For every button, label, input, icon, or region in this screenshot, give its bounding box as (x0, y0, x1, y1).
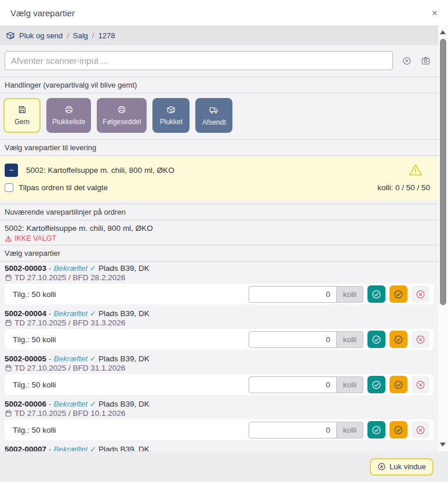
quantity-input[interactable] (249, 286, 337, 303)
batch-status: Bekræftet (54, 264, 88, 273)
unit-addon: kolli (336, 422, 363, 438)
confirm-button[interactable] (367, 376, 385, 393)
scrollbar[interactable] (438, 26, 448, 451)
batch-list-heading: Vælg varepartier (0, 245, 438, 262)
batch-row: 5002-00005 - Bekræftet ✓ Plads B39, DK T… (0, 352, 438, 395)
batch-row: 5002-00003 - Bekræftet ✓ Plads B39, DK T… (0, 262, 438, 305)
batch-location: Plads B39, DK (99, 264, 150, 273)
scanner-row (0, 45, 438, 77)
batch-available: Tilg.: 50 kolli (13, 426, 56, 434)
action-button-label: Afsendt (202, 118, 226, 126)
action-button-label: Plukket (160, 118, 183, 126)
batch-location: Plads B39, DK (99, 309, 150, 318)
action-button-label: Følgeseddel (103, 118, 141, 126)
clear-circle-x-icon[interactable] (402, 56, 411, 66)
batch-dates: TD 27.10.2025 / BFD 31.3.2026 (14, 318, 125, 327)
batch-row: 5002-00004 - Bekræftet ✓ Plads B39, DK T… (0, 307, 438, 350)
breadcrumb-item-1278[interactable]: 1278 (98, 31, 115, 40)
scroll-down-arrow-icon[interactable] (440, 443, 446, 447)
current-lines: 5002: Kartoffelsuppe m. chili, 800 ml, Ø… (0, 220, 438, 245)
unit-addon: kolli (336, 331, 363, 348)
collapse-minus-button[interactable]: − (5, 164, 18, 177)
batch-available: Tilg.: 50 kolli (13, 380, 56, 389)
confirm-all-button[interactable] (389, 376, 407, 393)
package-check-icon (166, 105, 176, 114)
dialog-title: Vælg varepartier (10, 8, 75, 18)
breadcrumb-item-pluk-og-send[interactable]: Pluk og send (19, 31, 63, 40)
batch-status: Bekræftet (54, 400, 88, 408)
calendar-icon (5, 319, 12, 327)
confirm-button[interactable] (367, 285, 385, 303)
confirm-all-button[interactable] (389, 285, 407, 303)
kolli-summary: kolli: 0 / 50 / 50 (377, 183, 430, 192)
quantity-input[interactable] (249, 331, 337, 348)
action-button-label: Plukkeliste (52, 118, 85, 126)
tilpas-ordren-checkbox[interactable] (5, 183, 13, 192)
calendar-icon (5, 364, 12, 372)
remove-button[interactable] (411, 421, 429, 438)
plukkeliste-button[interactable]: Plukkeliste (46, 98, 91, 133)
batch-id: 5002-00006 (5, 400, 46, 408)
remove-button[interactable] (411, 376, 429, 393)
delivery-heading: Vælg varepartier til levering (0, 139, 438, 156)
check-icon: ✓ (90, 354, 96, 363)
confirm-button[interactable] (367, 331, 385, 348)
action-buttons: Gem Plukkeliste Følgeseddel Plukket (0, 93, 438, 139)
batch-location: Plads B39, DK (99, 354, 150, 363)
check-icon: ✓ (90, 445, 96, 451)
printer-icon (64, 105, 74, 114)
batch-id: 5002-00004 (5, 309, 46, 318)
check-icon: ✓ (90, 400, 96, 408)
truck-icon (209, 105, 219, 115)
batch-dates: TD 27.10.2025 / BFD 10.1.2026 (14, 409, 125, 418)
batch-available: Tilg.: 50 kolli (13, 335, 56, 344)
batch-id: 5002-00007 (5, 445, 46, 451)
batch-location: Plads B39, DK (99, 400, 150, 408)
remove-button[interactable] (411, 285, 429, 303)
dialog-footer: Luk vindue (0, 451, 448, 482)
delivery-product: 5002: Kartoffelsuppe m. chili, 800 ml, Ø… (26, 166, 174, 175)
confirm-all-button[interactable] (389, 421, 407, 438)
scanner-input[interactable] (5, 51, 393, 70)
quantity-input[interactable] (249, 422, 337, 438)
close-icon[interactable]: × (432, 8, 438, 18)
calendar-icon (5, 409, 12, 417)
package-check-icon (6, 31, 15, 40)
action-button-label: Gem (14, 118, 30, 126)
breadcrumb-item-salg[interactable]: Salg (73, 31, 88, 40)
dialog-titlebar: Vælg varepartier × (0, 0, 448, 26)
gem-button[interactable]: Gem (3, 98, 41, 133)
calendar-icon (5, 274, 12, 281)
unit-addon: kolli (336, 286, 363, 303)
quantity-input[interactable] (249, 376, 337, 393)
remove-button[interactable] (411, 331, 429, 348)
unit-addon: kolli (336, 376, 363, 393)
folgeseddel-button[interactable]: Følgeseddel (97, 98, 147, 133)
confirm-all-button[interactable] (389, 331, 407, 348)
confirm-button[interactable] (367, 421, 385, 438)
close-circle-x-icon (377, 462, 386, 471)
scrollbar-thumb[interactable] (440, 39, 446, 305)
warning-triangle-icon (408, 162, 423, 177)
afsendt-button[interactable]: Afsendt (195, 98, 232, 133)
breadcrumb-separator: / (67, 31, 69, 40)
batch-available: Tilg.: 50 kolli (13, 290, 56, 299)
save-icon (17, 105, 27, 114)
tilpas-ordren-label: Tilpas ordren til det valgte (19, 183, 108, 192)
scroll-up-arrow-icon[interactable] (440, 30, 446, 34)
luk-vindue-label: Luk vindue (389, 462, 426, 471)
batch-status: Bekræftet (54, 445, 88, 451)
luk-vindue-button[interactable]: Luk vindue (370, 458, 434, 476)
batch-id: 5002-00005 (5, 354, 46, 363)
plukket-button[interactable]: Plukket (152, 98, 190, 133)
batch-dates: TD 27.10.2025 / BFD 28.2.2026 (14, 273, 125, 282)
status-badge: IKKE VALGT (14, 234, 56, 242)
batch-dates: TD 27.10.2025 / BFD 31.1.2026 (14, 364, 125, 372)
check-icon: ✓ (90, 309, 96, 318)
batch-status: Bekræftet (54, 354, 88, 363)
warning-triangle-icon (5, 235, 12, 242)
camera-icon[interactable] (421, 56, 431, 66)
batch-id: 5002-00003 (5, 264, 46, 273)
batch-row: 5002-00006 - Bekræftet ✓ Plads B39, DK T… (0, 397, 438, 440)
delivery-panel: − 5002: Kartoffelsuppe m. chili, 800 ml,… (0, 156, 438, 200)
